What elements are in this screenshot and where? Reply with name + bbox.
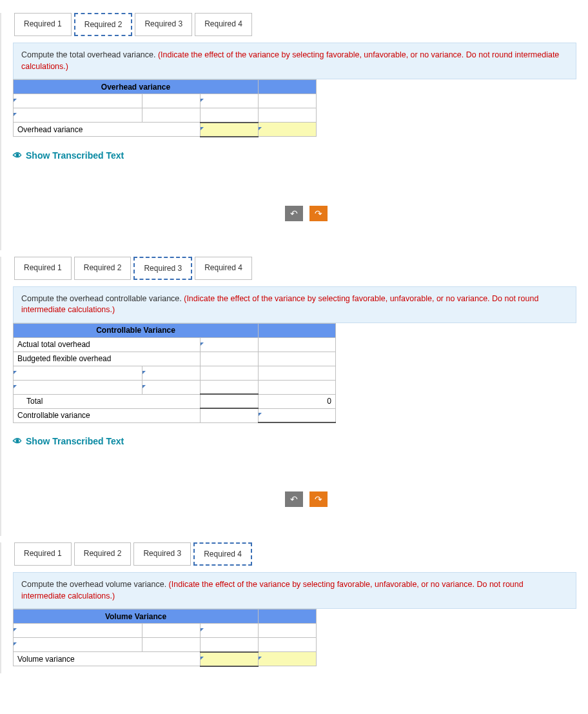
instruction-text: Compute the overhead controllable varian… xyxy=(21,294,184,303)
row-result[interactable] xyxy=(201,652,259,666)
row-input[interactable] xyxy=(201,108,259,123)
row-blank[interactable] xyxy=(142,108,201,123)
row-input[interactable] xyxy=(201,638,259,652)
row-input[interactable] xyxy=(201,94,259,108)
table-header-blank xyxy=(259,80,317,94)
eye-icon: 👁 xyxy=(13,436,22,446)
instruction-text: Compute the overhead volume variance. xyxy=(21,580,169,589)
row-input[interactable] xyxy=(201,337,259,352)
section-controllable-variance: Required 1 Required 2 Required 3 Require… xyxy=(0,257,588,537)
section-overhead-variance: Required 1 Required 2 Required 3 Require… xyxy=(0,13,588,250)
row-input[interactable] xyxy=(201,366,259,380)
instruction: Compute the total overhead variance. (In… xyxy=(13,43,576,79)
row-label: Volume variance xyxy=(14,652,201,666)
row-input[interactable] xyxy=(201,352,259,366)
instruction-text: Compute the total overhead variance. xyxy=(21,50,158,59)
nav-back-button[interactable]: ↶ xyxy=(285,206,303,221)
row-input[interactable] xyxy=(259,624,317,638)
volume-variance-table: Volume Variance Volume variance xyxy=(13,609,317,667)
row-input[interactable] xyxy=(142,366,201,380)
row-result[interactable] xyxy=(201,123,259,137)
nav-back-button[interactable]: ↶ xyxy=(285,491,303,507)
table-header: Controllable Variance xyxy=(14,323,259,337)
tab-required-4[interactable]: Required 4 xyxy=(195,13,252,36)
row-input[interactable] xyxy=(201,624,259,638)
show-transcribed-label: Show Transcribed Text xyxy=(26,150,124,161)
row-input[interactable] xyxy=(259,352,336,366)
row-label[interactable] xyxy=(14,94,142,108)
row-input[interactable] xyxy=(259,366,336,380)
row-input[interactable] xyxy=(259,108,317,123)
instruction: Compute the overhead volume variance. (I… xyxy=(13,572,576,609)
table-header-blank xyxy=(259,610,317,624)
tab-required-4[interactable]: Required 4 xyxy=(193,542,252,566)
nav-buttons: ↶ ↷ xyxy=(285,491,588,507)
row-label: Actual total overhead xyxy=(14,337,201,352)
row-blank[interactable] xyxy=(142,624,201,638)
row-select[interactable] xyxy=(259,123,317,137)
tabs: Required 1 Required 2 Required 3 Require… xyxy=(14,13,588,36)
tab-required-2[interactable]: Required 2 xyxy=(74,13,133,36)
tab-required-4[interactable]: Required 4 xyxy=(195,257,252,280)
tab-required-3[interactable]: Required 3 xyxy=(135,13,192,36)
tab-required-2[interactable]: Required 2 xyxy=(74,542,132,566)
row-input[interactable] xyxy=(259,94,317,108)
row-input[interactable] xyxy=(201,408,259,422)
row-blank[interactable] xyxy=(142,94,201,108)
row-input[interactable] xyxy=(201,380,259,394)
row-select[interactable] xyxy=(259,652,317,666)
row-label[interactable] xyxy=(14,366,142,380)
row-label-total: Total xyxy=(14,394,201,408)
controllable-variance-table: Controllable Variance Actual total overh… xyxy=(13,323,336,424)
tabs: Required 1 Required 2 Required 3 Require… xyxy=(14,542,588,566)
tab-required-1[interactable]: Required 1 xyxy=(14,13,72,36)
eye-icon: 👁 xyxy=(13,150,22,161)
row-blank[interactable] xyxy=(142,638,201,652)
row-label[interactable] xyxy=(14,638,142,652)
row-label: Overhead variance xyxy=(14,123,201,137)
row-input[interactable] xyxy=(142,380,201,394)
tab-required-1[interactable]: Required 1 xyxy=(14,542,72,566)
show-transcribed-label: Show Transcribed Text xyxy=(26,436,124,446)
tabs: Required 1 Required 2 Required 3 Require… xyxy=(14,257,588,280)
table-header-blank xyxy=(259,323,336,337)
show-transcribed-link[interactable]: 👁 Show Transcribed Text xyxy=(13,150,588,161)
row-label: Controllable variance xyxy=(14,408,201,422)
row-input[interactable] xyxy=(259,638,317,652)
nav-forward-button[interactable]: ↷ xyxy=(309,206,328,221)
section-volume-variance: Required 1 Required 2 Required 3 Require… xyxy=(0,542,588,673)
row-label[interactable] xyxy=(14,624,142,638)
row-input[interactable] xyxy=(259,380,336,394)
row-input[interactable] xyxy=(201,394,259,408)
row-label[interactable] xyxy=(14,380,142,394)
nav-buttons: ↶ ↷ xyxy=(285,206,588,221)
instruction: Compute the overhead controllable varian… xyxy=(13,286,576,323)
tab-required-1[interactable]: Required 1 xyxy=(14,257,72,280)
overhead-variance-table: Overhead variance Overhead variance xyxy=(13,79,317,137)
row-total-value: 0 xyxy=(259,394,336,408)
tab-required-3[interactable]: Required 3 xyxy=(133,257,192,280)
table-header: Volume Variance xyxy=(14,610,259,624)
row-input[interactable] xyxy=(259,337,336,352)
row-label: Budgeted flexible overhead xyxy=(14,352,201,366)
row-select[interactable] xyxy=(259,408,336,422)
tab-required-3[interactable]: Required 3 xyxy=(133,542,191,566)
row-label[interactable] xyxy=(14,108,142,123)
show-transcribed-link[interactable]: 👁 Show Transcribed Text xyxy=(13,436,588,446)
table-header: Overhead variance xyxy=(14,80,259,94)
nav-forward-button[interactable]: ↷ xyxy=(309,491,328,507)
tab-required-2[interactable]: Required 2 xyxy=(74,257,132,280)
